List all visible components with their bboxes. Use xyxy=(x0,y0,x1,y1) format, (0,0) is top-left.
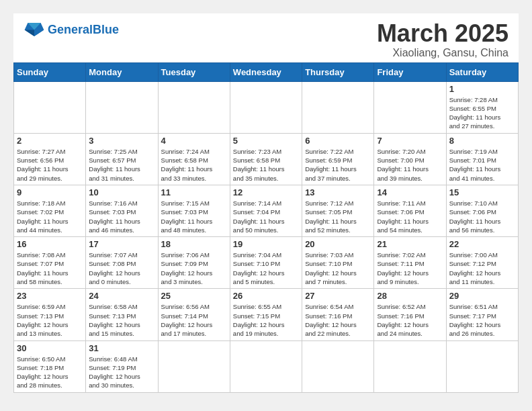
weekday-header-saturday: Saturday xyxy=(446,62,518,81)
logo-text: GeneralBlue xyxy=(48,24,119,36)
day-info: Sunrise: 6:48 AM Sunset: 7:19 PM Dayligh… xyxy=(89,355,154,390)
day-info: Sunrise: 6:51 AM Sunset: 7:17 PM Dayligh… xyxy=(449,302,515,338)
location-subtitle: Xiaoliang, Gansu, China xyxy=(377,47,508,59)
day-cell xyxy=(230,81,302,133)
day-number: 16 xyxy=(17,239,83,249)
day-number: 11 xyxy=(161,187,227,197)
day-number: 30 xyxy=(17,343,83,353)
day-cell: 3Sunrise: 7:25 AM Sunset: 6:57 PM Daylig… xyxy=(86,133,158,185)
day-info: Sunrise: 7:10 AM Sunset: 7:06 PM Dayligh… xyxy=(449,199,515,234)
day-info: Sunrise: 7:11 AM Sunset: 7:06 PM Dayligh… xyxy=(377,199,443,234)
svg-marker-2 xyxy=(25,30,34,36)
day-cell xyxy=(302,81,374,133)
week-row-4: 16Sunrise: 7:08 AM Sunset: 7:07 PM Dayli… xyxy=(14,237,519,289)
day-cell: 4Sunrise: 7:24 AM Sunset: 6:58 PM Daylig… xyxy=(158,133,230,185)
day-cell: 21Sunrise: 7:02 AM Sunset: 7:11 PM Dayli… xyxy=(374,237,446,289)
day-info: Sunrise: 7:16 AM Sunset: 7:03 PM Dayligh… xyxy=(89,199,154,234)
day-cell: 17Sunrise: 7:07 AM Sunset: 7:08 PM Dayli… xyxy=(86,237,158,289)
logo-icon xyxy=(24,20,45,39)
day-cell: 29Sunrise: 6:51 AM Sunset: 7:17 PM Dayli… xyxy=(446,289,518,340)
week-row-2: 2Sunrise: 7:27 AM Sunset: 6:56 PM Daylig… xyxy=(14,133,519,185)
day-info: Sunrise: 7:24 AM Sunset: 6:58 PM Dayligh… xyxy=(161,147,227,183)
day-cell: 25Sunrise: 6:56 AM Sunset: 7:14 PM Dayli… xyxy=(158,289,230,340)
header: GeneralBlue March 2025 Xiaoliang, Gansu,… xyxy=(13,13,519,62)
day-cell: 31Sunrise: 6:48 AM Sunset: 7:19 PM Dayli… xyxy=(86,340,158,392)
day-cell: 6Sunrise: 7:22 AM Sunset: 6:59 PM Daylig… xyxy=(302,133,374,185)
day-info: Sunrise: 7:07 AM Sunset: 7:08 PM Dayligh… xyxy=(89,250,154,286)
svg-marker-3 xyxy=(34,30,44,36)
logo: GeneralBlue xyxy=(24,20,119,39)
day-number: 29 xyxy=(449,291,515,301)
day-number: 2 xyxy=(17,136,83,146)
weekday-header-row: SundayMondayTuesdayWednesdayThursdayFrid… xyxy=(14,62,519,81)
day-number: 7 xyxy=(377,136,443,146)
day-cell: 13Sunrise: 7:12 AM Sunset: 7:05 PM Dayli… xyxy=(302,185,374,236)
week-row-5: 23Sunrise: 6:59 AM Sunset: 7:13 PM Dayli… xyxy=(14,289,519,340)
week-row-6: 30Sunrise: 6:50 AM Sunset: 7:18 PM Dayli… xyxy=(14,340,519,392)
day-cell: 12Sunrise: 7:14 AM Sunset: 7:04 PM Dayli… xyxy=(230,185,302,236)
day-number: 19 xyxy=(233,239,299,249)
week-row-1: 1Sunrise: 7:28 AM Sunset: 6:55 PM Daylig… xyxy=(14,81,519,133)
day-cell: 19Sunrise: 7:04 AM Sunset: 7:10 PM Dayli… xyxy=(230,237,302,289)
day-number: 21 xyxy=(377,239,443,249)
day-info: Sunrise: 6:55 AM Sunset: 7:15 PM Dayligh… xyxy=(233,302,299,338)
day-cell xyxy=(14,81,86,133)
weekday-header-sunday: Sunday xyxy=(14,62,86,81)
logo-general: General xyxy=(48,23,93,36)
logo-blue: Blue xyxy=(93,23,119,36)
day-cell: 16Sunrise: 7:08 AM Sunset: 7:07 PM Dayli… xyxy=(14,237,86,289)
day-info: Sunrise: 6:54 AM Sunset: 7:16 PM Dayligh… xyxy=(305,302,371,338)
day-info: Sunrise: 7:19 AM Sunset: 7:01 PM Dayligh… xyxy=(449,147,515,183)
day-cell: 2Sunrise: 7:27 AM Sunset: 6:56 PM Daylig… xyxy=(14,133,86,185)
day-cell: 27Sunrise: 6:54 AM Sunset: 7:16 PM Dayli… xyxy=(302,289,374,340)
day-number: 25 xyxy=(161,291,227,301)
day-info: Sunrise: 6:50 AM Sunset: 7:18 PM Dayligh… xyxy=(17,355,83,390)
day-number: 26 xyxy=(233,291,299,301)
day-cell xyxy=(374,81,446,133)
day-cell: 5Sunrise: 7:23 AM Sunset: 6:58 PM Daylig… xyxy=(230,133,302,185)
day-number: 31 xyxy=(89,343,154,353)
day-number: 5 xyxy=(233,136,299,146)
day-cell xyxy=(446,340,518,392)
day-number: 1 xyxy=(449,84,515,94)
day-cell: 20Sunrise: 7:03 AM Sunset: 7:10 PM Dayli… xyxy=(302,237,374,289)
day-cell xyxy=(86,81,158,133)
day-number: 14 xyxy=(377,187,443,197)
day-number: 6 xyxy=(305,136,371,146)
month-title: March 2025 xyxy=(377,20,508,47)
day-cell: 1Sunrise: 7:28 AM Sunset: 6:55 PM Daylig… xyxy=(446,81,518,133)
day-number: 23 xyxy=(17,291,83,301)
day-info: Sunrise: 7:20 AM Sunset: 7:00 PM Dayligh… xyxy=(377,147,443,183)
day-number: 3 xyxy=(89,136,154,146)
day-cell: 8Sunrise: 7:19 AM Sunset: 7:01 PM Daylig… xyxy=(446,133,518,185)
day-info: Sunrise: 7:14 AM Sunset: 7:04 PM Dayligh… xyxy=(233,199,299,234)
day-number: 15 xyxy=(449,187,515,197)
day-info: Sunrise: 7:12 AM Sunset: 7:05 PM Dayligh… xyxy=(305,199,371,234)
calendar-table: SundayMondayTuesdayWednesdayThursdayFrid… xyxy=(13,62,519,393)
day-cell: 14Sunrise: 7:11 AM Sunset: 7:06 PM Dayli… xyxy=(374,185,446,236)
day-info: Sunrise: 7:28 AM Sunset: 6:55 PM Dayligh… xyxy=(449,95,515,131)
day-info: Sunrise: 7:03 AM Sunset: 7:10 PM Dayligh… xyxy=(305,250,371,286)
day-number: 10 xyxy=(89,187,154,197)
day-number: 4 xyxy=(161,136,227,146)
day-cell: 26Sunrise: 6:55 AM Sunset: 7:15 PM Dayli… xyxy=(230,289,302,340)
day-info: Sunrise: 7:27 AM Sunset: 6:56 PM Dayligh… xyxy=(17,147,83,183)
day-info: Sunrise: 6:58 AM Sunset: 7:13 PM Dayligh… xyxy=(89,302,154,338)
day-cell: 28Sunrise: 6:52 AM Sunset: 7:16 PM Dayli… xyxy=(374,289,446,340)
day-number: 12 xyxy=(233,187,299,197)
day-info: Sunrise: 7:25 AM Sunset: 6:57 PM Dayligh… xyxy=(89,147,154,183)
day-cell xyxy=(158,340,230,392)
weekday-header-thursday: Thursday xyxy=(302,62,374,81)
day-info: Sunrise: 7:04 AM Sunset: 7:10 PM Dayligh… xyxy=(233,250,299,286)
day-cell xyxy=(230,340,302,392)
day-cell: 22Sunrise: 7:00 AM Sunset: 7:12 PM Dayli… xyxy=(446,237,518,289)
day-info: Sunrise: 7:08 AM Sunset: 7:07 PM Dayligh… xyxy=(17,250,83,286)
day-number: 28 xyxy=(377,291,443,301)
day-cell xyxy=(374,340,446,392)
day-number: 13 xyxy=(305,187,371,197)
week-row-3: 9Sunrise: 7:18 AM Sunset: 7:02 PM Daylig… xyxy=(14,185,519,236)
weekday-header-tuesday: Tuesday xyxy=(158,62,230,81)
calendar-container: GeneralBlue March 2025 Xiaoliang, Gansu,… xyxy=(13,13,519,393)
title-section: March 2025 Xiaoliang, Gansu, China xyxy=(377,20,508,59)
day-cell: 24Sunrise: 6:58 AM Sunset: 7:13 PM Dayli… xyxy=(86,289,158,340)
